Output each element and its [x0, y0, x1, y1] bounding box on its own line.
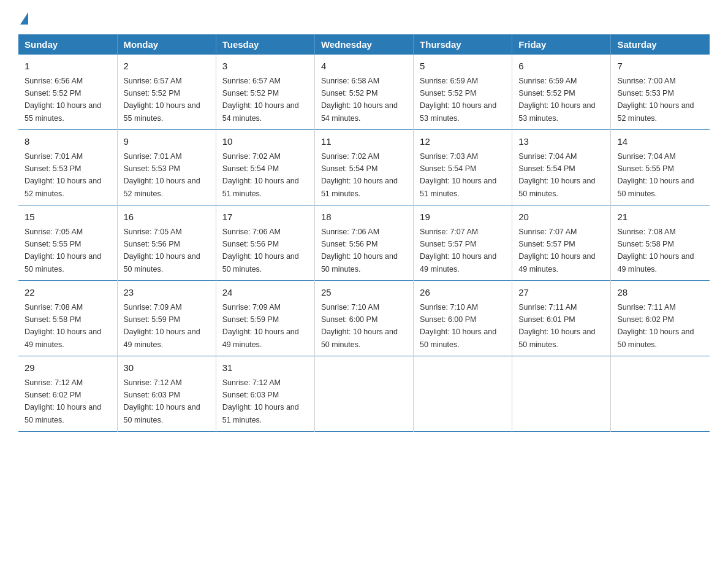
day-number: 29 [25, 361, 111, 375]
day-info: Sunrise: 7:04 AMSunset: 5:55 PMDaylight:… [617, 152, 694, 198]
calendar-header-row: SundayMondayTuesdayWednesdayThursdayFrid… [18, 34, 710, 55]
weekday-header-sunday: Sunday [18, 34, 117, 55]
day-number: 13 [518, 135, 604, 149]
weekday-header-thursday: Thursday [414, 34, 512, 55]
weekday-header-wednesday: Wednesday [314, 34, 413, 55]
calendar-cell: 24Sunrise: 7:09 AMSunset: 5:59 PMDayligh… [216, 281, 314, 356]
day-number: 23 [124, 286, 210, 300]
calendar-cell: 5Sunrise: 6:59 AMSunset: 5:52 PMDaylight… [414, 55, 512, 130]
day-number: 16 [124, 210, 210, 224]
calendar-cell [414, 356, 512, 432]
calendar-cell: 17Sunrise: 7:06 AMSunset: 5:56 PMDayligh… [216, 205, 314, 281]
calendar-cell [611, 356, 710, 432]
calendar-week-row: 22Sunrise: 7:08 AMSunset: 5:58 PMDayligh… [18, 281, 710, 356]
calendar-cell: 22Sunrise: 7:08 AMSunset: 5:58 PMDayligh… [18, 281, 117, 356]
day-number: 15 [25, 210, 111, 224]
day-info: Sunrise: 6:59 AMSunset: 5:52 PMDaylight:… [518, 77, 595, 123]
day-number: 21 [617, 210, 703, 224]
calendar-cell: 9Sunrise: 7:01 AMSunset: 5:53 PMDaylight… [117, 130, 216, 205]
day-number: 24 [222, 286, 308, 300]
calendar-week-row: 15Sunrise: 7:05 AMSunset: 5:55 PMDayligh… [18, 205, 710, 281]
weekday-header-saturday: Saturday [611, 34, 710, 55]
day-number: 27 [518, 286, 604, 300]
day-number: 11 [321, 135, 407, 149]
day-info: Sunrise: 7:12 AMSunset: 6:02 PMDaylight:… [25, 378, 101, 424]
weekday-header-friday: Friday [512, 34, 611, 55]
day-number: 30 [124, 361, 210, 375]
calendar-cell: 1Sunrise: 6:56 AMSunset: 5:52 PMDaylight… [18, 55, 117, 130]
day-number: 1 [25, 59, 111, 74]
day-info: Sunrise: 7:08 AMSunset: 5:58 PMDaylight:… [25, 303, 101, 349]
calendar-cell: 8Sunrise: 7:01 AMSunset: 5:53 PMDaylight… [18, 130, 117, 205]
day-info: Sunrise: 6:58 AMSunset: 5:52 PMDaylight:… [321, 77, 398, 123]
day-number: 17 [222, 210, 308, 224]
day-info: Sunrise: 7:08 AMSunset: 5:58 PMDaylight:… [617, 228, 694, 274]
calendar-table: SundayMondayTuesdayWednesdayThursdayFrid… [18, 34, 710, 432]
day-info: Sunrise: 7:10 AMSunset: 6:00 PMDaylight:… [321, 303, 398, 349]
day-number: 7 [617, 59, 703, 74]
day-info: Sunrise: 6:57 AMSunset: 5:52 PMDaylight:… [124, 77, 200, 123]
day-info: Sunrise: 7:05 AMSunset: 5:55 PMDaylight:… [25, 228, 101, 274]
calendar-cell: 16Sunrise: 7:05 AMSunset: 5:56 PMDayligh… [117, 205, 216, 281]
calendar-cell: 11Sunrise: 7:02 AMSunset: 5:54 PMDayligh… [314, 130, 413, 205]
calendar-cell: 13Sunrise: 7:04 AMSunset: 5:54 PMDayligh… [512, 130, 611, 205]
calendar-cell [512, 356, 611, 432]
calendar-cell: 30Sunrise: 7:12 AMSunset: 6:03 PMDayligh… [117, 356, 216, 432]
calendar-cell: 23Sunrise: 7:09 AMSunset: 5:59 PMDayligh… [117, 281, 216, 356]
day-number: 25 [321, 286, 407, 300]
day-info: Sunrise: 7:11 AMSunset: 6:01 PMDaylight:… [518, 303, 595, 349]
day-number: 10 [222, 135, 308, 149]
day-info: Sunrise: 7:02 AMSunset: 5:54 PMDaylight:… [321, 152, 398, 198]
day-info: Sunrise: 7:09 AMSunset: 5:59 PMDaylight:… [222, 303, 299, 349]
day-info: Sunrise: 7:11 AMSunset: 6:02 PMDaylight:… [617, 303, 694, 349]
day-info: Sunrise: 7:10 AMSunset: 6:00 PMDaylight:… [420, 303, 496, 349]
day-info: Sunrise: 7:06 AMSunset: 5:56 PMDaylight:… [321, 228, 398, 274]
day-info: Sunrise: 6:59 AMSunset: 5:52 PMDaylight:… [420, 77, 496, 123]
day-number: 8 [25, 135, 111, 149]
day-number: 18 [321, 210, 407, 224]
day-number: 26 [420, 286, 506, 300]
calendar-cell: 27Sunrise: 7:11 AMSunset: 6:01 PMDayligh… [512, 281, 611, 356]
calendar-cell: 14Sunrise: 7:04 AMSunset: 5:55 PMDayligh… [611, 130, 710, 205]
day-info: Sunrise: 7:03 AMSunset: 5:54 PMDaylight:… [420, 152, 496, 198]
calendar-cell: 19Sunrise: 7:07 AMSunset: 5:57 PMDayligh… [414, 205, 512, 281]
day-info: Sunrise: 7:01 AMSunset: 5:53 PMDaylight:… [124, 152, 200, 198]
weekday-header-tuesday: Tuesday [216, 34, 314, 55]
calendar-cell: 10Sunrise: 7:02 AMSunset: 5:54 PMDayligh… [216, 130, 314, 205]
day-number: 28 [617, 286, 703, 300]
calendar-week-row: 8Sunrise: 7:01 AMSunset: 5:53 PMDaylight… [18, 130, 710, 205]
day-info: Sunrise: 7:04 AMSunset: 5:54 PMDaylight:… [518, 152, 595, 198]
day-number: 2 [124, 59, 210, 74]
day-number: 5 [420, 59, 506, 74]
day-number: 12 [420, 135, 506, 149]
day-info: Sunrise: 7:12 AMSunset: 6:03 PMDaylight:… [222, 378, 299, 424]
calendar-cell: 29Sunrise: 7:12 AMSunset: 6:02 PMDayligh… [18, 356, 117, 432]
calendar-cell: 28Sunrise: 7:11 AMSunset: 6:02 PMDayligh… [611, 281, 710, 356]
calendar-cell: 2Sunrise: 6:57 AMSunset: 5:52 PMDaylight… [117, 55, 216, 130]
calendar-cell [314, 356, 413, 432]
day-info: Sunrise: 6:57 AMSunset: 5:52 PMDaylight:… [222, 77, 299, 123]
calendar-week-row: 29Sunrise: 7:12 AMSunset: 6:02 PMDayligh… [18, 356, 710, 432]
calendar-cell: 26Sunrise: 7:10 AMSunset: 6:00 PMDayligh… [414, 281, 512, 356]
day-number: 19 [420, 210, 506, 224]
calendar-cell: 15Sunrise: 7:05 AMSunset: 5:55 PMDayligh… [18, 205, 117, 281]
day-info: Sunrise: 7:07 AMSunset: 5:57 PMDaylight:… [518, 228, 595, 274]
calendar-cell: 6Sunrise: 6:59 AMSunset: 5:52 PMDaylight… [512, 55, 611, 130]
day-info: Sunrise: 7:12 AMSunset: 6:03 PMDaylight:… [124, 378, 200, 424]
day-number: 14 [617, 135, 703, 149]
day-info: Sunrise: 7:01 AMSunset: 5:53 PMDaylight:… [25, 152, 101, 198]
calendar-cell: 12Sunrise: 7:03 AMSunset: 5:54 PMDayligh… [414, 130, 512, 205]
weekday-header-monday: Monday [117, 34, 216, 55]
day-number: 22 [25, 286, 111, 300]
day-number: 4 [321, 59, 407, 74]
calendar-cell: 7Sunrise: 7:00 AMSunset: 5:53 PMDaylight… [611, 55, 710, 130]
calendar-cell: 18Sunrise: 7:06 AMSunset: 5:56 PMDayligh… [314, 205, 413, 281]
day-number: 31 [222, 361, 308, 375]
day-number: 6 [518, 59, 604, 74]
day-info: Sunrise: 7:00 AMSunset: 5:53 PMDaylight:… [617, 77, 694, 123]
page-header [18, 12, 710, 22]
day-info: Sunrise: 7:02 AMSunset: 5:54 PMDaylight:… [222, 152, 299, 198]
day-number: 20 [518, 210, 604, 224]
logo [18, 12, 28, 22]
day-info: Sunrise: 7:09 AMSunset: 5:59 PMDaylight:… [124, 303, 200, 349]
